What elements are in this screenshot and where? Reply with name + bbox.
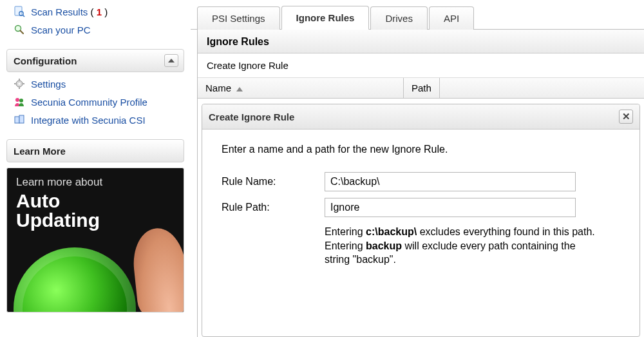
- sidebar-item-label: Scan your PC: [31, 24, 91, 35]
- rule-path-input[interactable]: [325, 198, 576, 217]
- dialog-close-button[interactable]: ✕: [619, 110, 633, 124]
- close-icon: ✕: [622, 111, 630, 122]
- magnifier-icon: [13, 23, 26, 36]
- column-name[interactable]: Name: [198, 78, 404, 98]
- promo-auto-updating[interactable]: Learn more about Auto Updating: [6, 168, 184, 313]
- dialog-header: Create Ignore Rule ✕: [202, 104, 639, 130]
- promo-line2: Auto: [16, 190, 175, 212]
- svg-rect-14: [19, 115, 24, 123]
- document-search-icon: [13, 5, 26, 18]
- panel-title: Ignore Rules: [198, 30, 644, 53]
- sidebar-item-scan-pc[interactable]: Scan your PC: [12, 21, 184, 39]
- chevron-up-icon: [168, 59, 175, 63]
- sidebar-item-label: Secunia Community Profile: [31, 97, 147, 108]
- svg-point-11: [15, 98, 19, 102]
- tab-bar: PSI Settings Ignore Rules Drives API: [191, 1, 644, 30]
- promo-line1: Learn more about: [16, 176, 175, 189]
- create-ignore-rule-dialog: Create Ignore Rule ✕ Enter a name and a …: [202, 104, 640, 337]
- sidebar-config-list: Settings Secunia Community Profile Integ…: [6, 72, 184, 135]
- promo-finger-graphic: [130, 226, 184, 313]
- create-rule-link[interactable]: Create Ignore Rule: [198, 53, 644, 78]
- sidebar: Scan Results ( 1 ) Scan your PC Configur…: [0, 0, 191, 337]
- scan-results-count: 1: [97, 6, 102, 17]
- rule-name-label: Rule Name:: [222, 176, 325, 188]
- sidebar-item-scan-results[interactable]: Scan Results ( 1 ): [12, 3, 184, 21]
- column-path[interactable]: Path: [404, 78, 440, 98]
- svg-line-4: [21, 31, 24, 34]
- gear-icon: [13, 77, 26, 90]
- sidebar-item-label: Integrate with Secunia CSI: [31, 115, 146, 126]
- svg-point-6: [18, 82, 21, 85]
- svg-rect-13: [15, 117, 19, 123]
- svg-line-2: [23, 15, 24, 17]
- servers-icon: [13, 113, 26, 126]
- rule-name-row: Rule Name:: [222, 172, 620, 191]
- collapse-button[interactable]: [164, 54, 178, 67]
- main-area: PSI Settings Ignore Rules Drives API Ign…: [191, 0, 644, 337]
- section-title: Configuration: [14, 55, 77, 66]
- tab-api[interactable]: API: [429, 6, 474, 30]
- sort-asc-icon: [236, 87, 243, 91]
- sidebar-item-community[interactable]: Secunia Community Profile: [12, 93, 184, 111]
- sidebar-section-configuration[interactable]: Configuration: [6, 49, 184, 72]
- people-icon: [13, 95, 26, 108]
- dialog-title: Create Ignore Rule: [209, 111, 294, 122]
- promo-green-button-graphic: [14, 247, 136, 313]
- rule-path-label: Rule Path:: [222, 202, 325, 213]
- sidebar-item-label: Scan Results: [31, 6, 88, 17]
- sidebar-item-label: Settings: [31, 79, 66, 90]
- sidebar-top-list: Scan Results ( 1 ) Scan your PC: [6, 0, 184, 45]
- promo-line3: Updating: [16, 209, 175, 231]
- rule-name-input[interactable]: [325, 172, 576, 191]
- ignore-rules-panel: Ignore Rules Create Ignore Rule Name Pat…: [197, 30, 644, 337]
- dialog-intro: Enter a name and a path for the new Igno…: [222, 144, 620, 155]
- svg-rect-0: [15, 6, 22, 15]
- dialog-body: Enter a name and a path for the new Igno…: [202, 130, 639, 281]
- rule-path-row: Rule Path:: [222, 198, 620, 217]
- rules-table-header: Name Path: [198, 78, 644, 99]
- sidebar-section-learn-more[interactable]: Learn More: [6, 139, 184, 162]
- tab-drives[interactable]: Drives: [370, 6, 428, 30]
- svg-point-12: [19, 99, 23, 102]
- tab-psi-settings[interactable]: PSI Settings: [197, 6, 280, 30]
- tab-ignore-rules[interactable]: Ignore Rules: [281, 6, 370, 30]
- rule-path-hint: Entering c:\backup\ excludes everything …: [325, 224, 601, 267]
- section-title: Learn More: [14, 146, 66, 157]
- sidebar-item-integrate-csi[interactable]: Integrate with Secunia CSI: [12, 111, 184, 129]
- sidebar-item-settings[interactable]: Settings: [12, 75, 184, 93]
- dialog-container: Create Ignore Rule ✕ Enter a name and a …: [198, 99, 644, 337]
